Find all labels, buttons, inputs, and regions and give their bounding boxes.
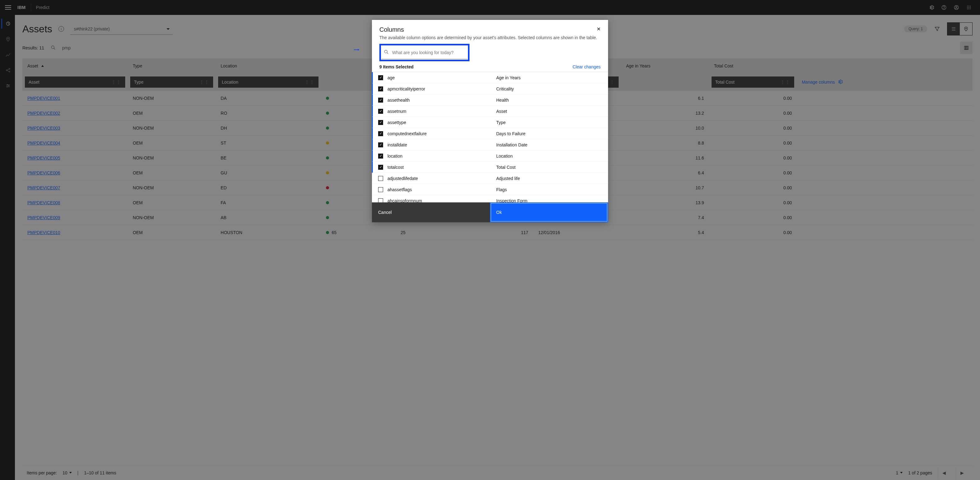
modal-overlay[interactable] — [0, 0, 980, 15]
